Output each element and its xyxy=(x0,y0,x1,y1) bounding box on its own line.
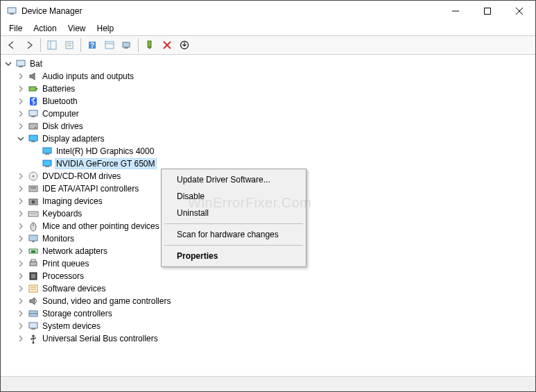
tree-category-label: Monitors xyxy=(41,234,76,244)
tree-category[interactable]: Batteries xyxy=(2,83,534,95)
chevron-right-icon[interactable] xyxy=(16,121,26,131)
chevron-right-icon[interactable] xyxy=(16,84,26,94)
action-button[interactable] xyxy=(101,37,118,53)
computer-icon xyxy=(28,108,39,119)
tree-category[interactable]: Sound, video and game controllers xyxy=(2,295,534,307)
chevron-down-icon[interactable] xyxy=(3,59,13,69)
svg-rect-3 xyxy=(485,8,491,15)
menu-file[interactable]: File xyxy=(3,22,28,35)
tree-category[interactable]: System devices xyxy=(2,320,534,332)
chevron-right-icon[interactable] xyxy=(16,321,26,331)
chevron-down-icon[interactable] xyxy=(16,134,26,144)
svg-rect-50 xyxy=(31,250,35,253)
mouse-icon xyxy=(28,221,39,232)
tree-category[interactable]: Disk drives xyxy=(2,120,534,133)
svg-rect-0 xyxy=(8,8,16,13)
show-hide-tree-button[interactable] xyxy=(44,37,60,53)
tree-category-label: Computer xyxy=(41,109,80,119)
svg-rect-17 xyxy=(148,41,151,47)
context-menu-item[interactable]: Update Driver Software... xyxy=(163,171,304,188)
svg-rect-60 xyxy=(29,323,37,328)
svg-rect-59 xyxy=(29,314,37,316)
svg-rect-1 xyxy=(10,13,14,15)
tree-category[interactable]: Display adapters xyxy=(2,133,534,145)
chevron-right-icon[interactable] xyxy=(16,196,26,206)
forward-button[interactable] xyxy=(21,37,37,53)
close-button[interactable] xyxy=(503,1,535,22)
svg-rect-54 xyxy=(31,274,35,278)
tree-category-label: Audio inputs and outputs xyxy=(41,71,135,81)
menu-action[interactable]: Action xyxy=(28,22,62,35)
context-menu-item[interactable]: Scan for hardware changes xyxy=(163,226,304,243)
tree-category[interactable]: Processors xyxy=(2,270,534,282)
software-icon xyxy=(28,283,39,294)
chevron-right-icon[interactable] xyxy=(16,271,26,281)
chevron-right-icon[interactable] xyxy=(16,209,26,219)
enable-device-button[interactable] xyxy=(141,37,158,53)
chevron-right-icon[interactable] xyxy=(16,96,26,106)
properties-button[interactable] xyxy=(61,37,78,53)
tree-category[interactable]: Software devices xyxy=(2,282,534,295)
help-button[interactable]: ? xyxy=(84,37,101,53)
back-button[interactable] xyxy=(3,37,20,53)
menu-help[interactable]: Help xyxy=(92,22,120,35)
storage-icon xyxy=(28,308,39,319)
tree-category[interactable]: Storage controllers xyxy=(2,307,534,320)
display-icon xyxy=(42,146,53,157)
svg-rect-47 xyxy=(29,235,37,241)
svg-rect-27 xyxy=(31,116,35,117)
tree-device-label: Intel(R) HD Graphics 4000 xyxy=(55,146,155,156)
chevron-right-icon[interactable] xyxy=(16,71,26,81)
svg-rect-24 xyxy=(36,88,37,90)
chevron-right-icon[interactable] xyxy=(16,221,26,231)
tree-category-label: Print queues xyxy=(41,259,90,269)
tree-category[interactable]: Computer xyxy=(2,108,534,120)
chevron-right-icon[interactable] xyxy=(16,171,26,181)
context-menu-item[interactable]: Properties xyxy=(163,248,304,264)
tree-category[interactable]: Universal Serial Bus controllers xyxy=(2,332,534,345)
chevron-right-icon[interactable] xyxy=(16,309,26,318)
tree-category-label: Display adapters xyxy=(41,134,105,144)
uninstall-device-button[interactable] xyxy=(176,37,193,53)
context-menu-item[interactable]: Uninstall xyxy=(163,205,304,221)
svg-rect-48 xyxy=(32,241,35,242)
tree-category[interactable]: Bluetooth xyxy=(2,95,534,108)
tree-device[interactable]: Intel(R) HD Graphics 4000 xyxy=(2,145,534,157)
speaker-icon xyxy=(28,71,39,82)
disable-device-button[interactable] xyxy=(159,37,175,53)
svg-rect-23 xyxy=(29,87,36,91)
svg-rect-61 xyxy=(31,328,35,330)
chevron-right-icon[interactable] xyxy=(16,109,26,119)
chevron-right-icon[interactable] xyxy=(16,246,26,256)
scan-hardware-button[interactable] xyxy=(119,37,135,53)
svg-rect-30 xyxy=(29,135,37,141)
tree-category[interactable]: Audio inputs and outputs xyxy=(2,70,534,83)
app-icon xyxy=(6,6,17,17)
minimize-button[interactable] xyxy=(440,1,472,22)
maximize-button[interactable] xyxy=(472,1,503,22)
chevron-right-icon[interactable] xyxy=(16,296,26,306)
svg-rect-32 xyxy=(43,148,51,153)
tree-category-label: Storage controllers xyxy=(41,309,114,318)
tree-root[interactable]: Bat xyxy=(2,58,534,70)
tree-category-label: Disk drives xyxy=(41,121,85,131)
system-icon xyxy=(28,321,39,332)
sound-icon xyxy=(28,296,39,307)
titlebar: Device Manager xyxy=(1,1,535,22)
chevron-right-icon[interactable] xyxy=(16,234,26,244)
chevron-right-icon[interactable] xyxy=(16,334,26,343)
context-menu-item[interactable]: Disable xyxy=(163,188,304,205)
keyboard-icon xyxy=(28,208,39,219)
chevron-right-icon[interactable] xyxy=(16,184,26,194)
menu-divider xyxy=(164,223,303,224)
svg-rect-28 xyxy=(29,123,37,129)
tree-category-label: Imaging devices xyxy=(41,196,104,206)
menu-view[interactable]: View xyxy=(62,22,92,35)
spacer xyxy=(30,146,40,156)
svg-rect-33 xyxy=(45,153,49,155)
tree-category-label: Batteries xyxy=(41,84,76,94)
chevron-right-icon[interactable] xyxy=(16,284,26,293)
tree-category-label: DVD/CD-ROM drives xyxy=(41,171,122,181)
display-icon xyxy=(28,133,39,144)
chevron-right-icon[interactable] xyxy=(16,259,26,269)
